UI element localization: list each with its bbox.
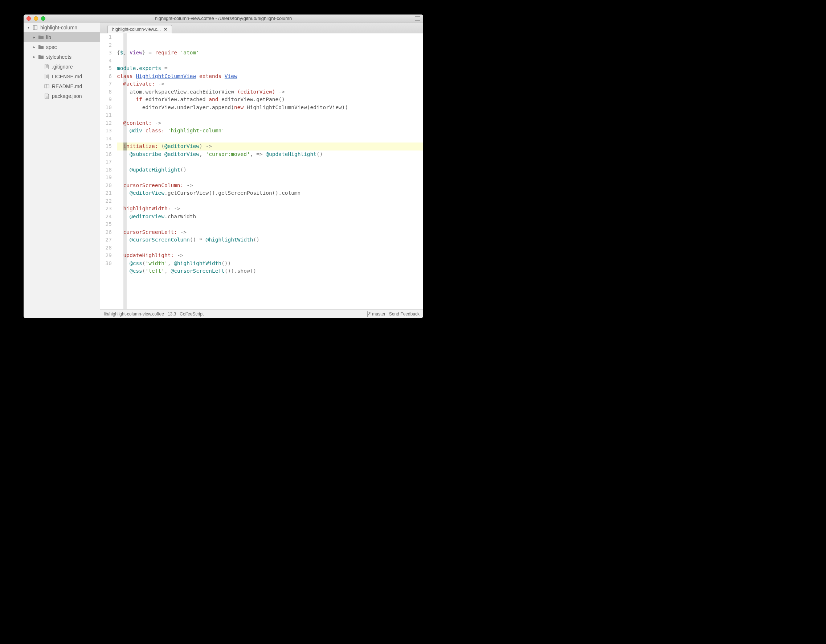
tree-root-label: highlight-column	[40, 25, 77, 31]
tree-item-label: spec	[46, 44, 57, 50]
chevron-right-icon: ▸	[32, 45, 36, 49]
code-line[interactable]: @div class: 'highlight-column'	[117, 127, 423, 135]
git-branch[interactable]: master	[367, 311, 385, 317]
tab-active[interactable]: highlight-column-view.c... ✕	[107, 25, 172, 33]
code-line[interactable]: @activate: ->	[117, 80, 423, 88]
tree-root[interactable]: ▾ highlight-column	[23, 22, 100, 32]
code-line[interactable]	[117, 174, 423, 182]
tab-bar[interactable]: highlight-column-view.c... ✕	[100, 22, 423, 33]
code-line[interactable]	[117, 275, 423, 283]
status-language[interactable]: CoffeeScript	[180, 311, 203, 317]
tree-item[interactable]: README.md	[23, 81, 100, 91]
send-feedback-link[interactable]: Send Feedback	[389, 311, 419, 317]
code-line[interactable]: @editorView.getCursorView().getScreenPos…	[117, 189, 423, 197]
cursor	[123, 142, 127, 150]
code-line[interactable]: @editorView.charWidth	[117, 213, 423, 221]
line-number: 21	[100, 189, 112, 197]
app-body: ▾ highlight-column ▸lib▸spec▸stylesheets…	[23, 22, 423, 318]
line-number: 12	[100, 119, 112, 127]
tree-view[interactable]: ▾ highlight-column ▸lib▸spec▸stylesheets…	[23, 22, 100, 318]
text-editor[interactable]: 1234567891011121314151617181920212223242…	[100, 33, 423, 309]
line-number: 1	[100, 33, 112, 41]
code-line[interactable]	[117, 57, 423, 65]
tree-item-label: LICENSE.md	[52, 74, 82, 79]
tree-item-label: README.md	[52, 84, 82, 89]
line-number: 26	[100, 228, 112, 237]
code-line[interactable]	[117, 158, 423, 166]
code-line[interactable]	[117, 135, 423, 143]
code-line[interactable]	[117, 197, 423, 205]
code-line[interactable]: @css('width', @highlightWidth())	[117, 260, 423, 268]
code-line[interactable]: @subscribe @editorView, 'cursor:moved', …	[117, 150, 423, 158]
line-number: 22	[100, 197, 112, 205]
tree-item[interactable]: ▸lib	[23, 32, 100, 42]
fullscreen-icon[interactable]	[415, 16, 420, 21]
svg-point-12	[370, 312, 371, 313]
code-line[interactable]: {$, View} = require 'atom'	[117, 49, 423, 57]
line-number: 8	[100, 88, 112, 96]
code-line[interactable]	[117, 220, 423, 228]
code-line[interactable]: module.exports =	[117, 65, 423, 73]
code-line[interactable]: updateHighlight: ->	[117, 252, 423, 260]
app-window: highlight-column-view.coffee - /Users/to…	[23, 14, 423, 318]
tree-item-label: lib	[46, 34, 51, 40]
code-line[interactable]	[117, 111, 423, 119]
branch-icon	[367, 311, 371, 317]
file-icon	[44, 94, 50, 99]
code-line[interactable]: @content: ->	[117, 119, 423, 127]
tree-item[interactable]: ▸stylesheets	[23, 52, 100, 62]
line-number: 29	[100, 252, 112, 260]
code-area[interactable]: {$, View} = require 'atom' module.export…	[115, 33, 423, 309]
tree-item[interactable]: package.json	[23, 91, 100, 101]
code-line[interactable]: atom.workspaceView.eachEditorView (edito…	[117, 88, 423, 96]
svg-rect-0	[33, 25, 37, 29]
tree-item-label: .gitignore	[52, 64, 73, 70]
line-number: 14	[100, 135, 112, 143]
tree-item[interactable]: .gitignore	[23, 62, 100, 71]
code-line[interactable]: cursorScreenLeft: ->	[117, 228, 423, 237]
code-line[interactable]: cursorScreenColumn: ->	[117, 182, 423, 190]
status-bar: lib/highlight-column-view.coffee 13,3 Co…	[100, 309, 423, 318]
line-gutter: 1234567891011121314151617181920212223242…	[100, 33, 115, 309]
code-line[interactable]: editorView.underlayer.append(new Highlig…	[117, 104, 423, 112]
code-line[interactable]: @updateHighlight()	[117, 166, 423, 174]
tree-item-label: stylesheets	[46, 54, 71, 60]
code-line[interactable]	[117, 244, 423, 252]
folder-icon	[38, 55, 44, 59]
code-line[interactable]: class HighlightColumnView extends View	[117, 73, 423, 80]
line-number: 30	[100, 260, 112, 268]
code-line[interactable]: if editorView.attached and editorView.ge…	[117, 96, 423, 104]
svg-point-13	[367, 315, 368, 316]
chevron-right-icon: ▸	[32, 35, 36, 39]
line-number: 25	[100, 220, 112, 228]
status-cursor: 13,3	[168, 311, 176, 317]
tree-item[interactable]: LICENSE.md	[23, 71, 100, 81]
tree-item[interactable]: ▸spec	[23, 42, 100, 52]
book-icon	[44, 84, 50, 88]
line-number: 4	[100, 57, 112, 65]
code-line[interactable]: initialize: (@editorView) ->	[117, 142, 423, 150]
line-number: 3	[100, 49, 112, 57]
line-number: 13	[100, 127, 112, 135]
line-number: 23	[100, 205, 112, 213]
titlebar[interactable]: highlight-column-view.coffee - /Users/to…	[23, 14, 423, 22]
line-number: 10	[100, 104, 112, 112]
line-number: 11	[100, 111, 112, 119]
code-line[interactable]: @cursorScreenColumn() * @highlightWidth(…	[117, 236, 423, 244]
line-number: 17	[100, 158, 112, 166]
close-tab-icon[interactable]: ✕	[164, 27, 167, 32]
code-line[interactable]: highlightWidth: ->	[117, 205, 423, 213]
file-icon	[44, 74, 50, 79]
line-number: 2	[100, 41, 112, 49]
chevron-right-icon: ▸	[32, 55, 36, 59]
file-icon	[44, 64, 50, 69]
status-path: lib/highlight-column-view.coffee	[104, 311, 164, 317]
code-line[interactable]: @css('left', @cursorScreenLeft()).show()	[117, 267, 423, 275]
line-number: 24	[100, 213, 112, 221]
editor-pane: highlight-column-view.c... ✕ 12345678910…	[100, 22, 423, 318]
tree-item-label: package.json	[52, 93, 82, 99]
line-number: 6	[100, 73, 112, 80]
line-number: 19	[100, 174, 112, 182]
folder-icon	[38, 35, 44, 40]
tab-label: highlight-column-view.c...	[112, 27, 161, 32]
